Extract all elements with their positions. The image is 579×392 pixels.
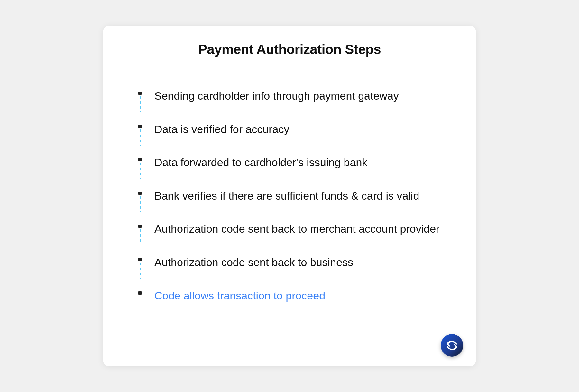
step-dashed-line <box>140 263 141 279</box>
step-bullet <box>138 92 142 95</box>
step-dashed-line <box>140 163 141 179</box>
step-connector <box>135 253 145 279</box>
list-item: Data is verified for accuracy <box>135 120 450 153</box>
step-text-container: Sending cardholder info through payment … <box>145 86 450 120</box>
step-text-container: Code allows transaction to proceed <box>145 286 450 304</box>
step-label: Data is verified for accuracy <box>154 123 290 135</box>
step-label: Code allows transaction to proceed <box>154 290 325 302</box>
logo-icon <box>446 340 458 351</box>
card-header: Payment Authorization Steps <box>103 26 476 70</box>
step-connector <box>135 153 145 179</box>
list-item: Authorization code sent back to business <box>135 253 450 286</box>
steps-list: Sending cardholder info through payment … <box>135 86 450 303</box>
card-body: Sending cardholder info through payment … <box>103 70 476 316</box>
list-item: Bank verifies if there are sufficient fu… <box>135 186 450 220</box>
step-text-container: Authorization code sent back to merchant… <box>145 219 450 253</box>
step-connector <box>135 219 145 245</box>
step-bullet <box>138 125 142 128</box>
step-label: Authorization code sent back to business <box>154 256 353 268</box>
step-dashed-line <box>140 229 141 245</box>
step-label: Bank verifies if there are sufficient fu… <box>154 190 419 202</box>
step-label: Authorization code sent back to merchant… <box>154 223 439 235</box>
step-text-container: Data forwarded to cardholder's issuing b… <box>145 153 450 186</box>
list-item: Data forwarded to cardholder's issuing b… <box>135 153 450 186</box>
logo-badge <box>441 334 463 357</box>
list-item: Sending cardholder info through payment … <box>135 86 450 120</box>
step-bullet <box>138 258 142 261</box>
step-label: Sending cardholder info through payment … <box>154 90 399 102</box>
step-connector <box>135 186 145 212</box>
step-text-container: Authorization code sent back to business <box>145 253 450 286</box>
step-connector <box>135 86 145 112</box>
step-bullet <box>138 291 142 295</box>
step-connector <box>135 286 145 295</box>
step-text-container: Bank verifies if there are sufficient fu… <box>145 186 450 220</box>
step-text-container: Data is verified for accuracy <box>145 120 450 153</box>
step-bullet <box>138 158 142 161</box>
list-item: Authorization code sent back to merchant… <box>135 219 450 253</box>
step-connector <box>135 120 145 146</box>
step-label: Data forwarded to cardholder's issuing b… <box>154 156 367 168</box>
step-bullet <box>138 225 142 228</box>
step-dashed-line <box>140 129 141 146</box>
step-bullet <box>138 192 142 195</box>
page-title: Payment Authorization Steps <box>122 42 457 57</box>
main-card: Payment Authorization Steps Sending card… <box>103 26 476 366</box>
step-dashed-line <box>140 96 141 112</box>
step-dashed-line <box>140 196 141 212</box>
list-item: Code allows transaction to proceed <box>135 286 450 304</box>
